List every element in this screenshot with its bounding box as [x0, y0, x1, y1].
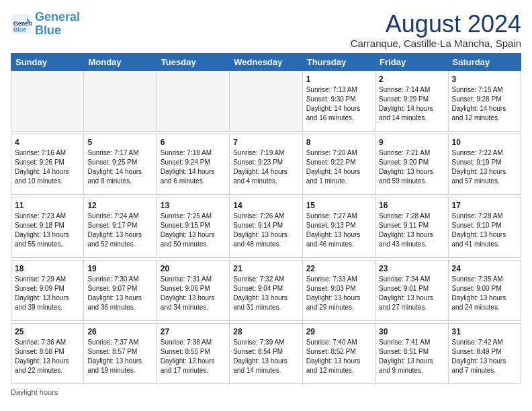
day-detail: Sunrise: 7:15 AM Sunset: 9:28 PM Dayligh… [452, 85, 517, 123]
day-detail: Sunrise: 7:28 AM Sunset: 9:11 PM Dayligh… [379, 212, 444, 249]
day-number: 31 [452, 326, 517, 338]
day-detail: Sunrise: 7:23 AM Sunset: 9:18 PM Dayligh… [15, 212, 80, 249]
day-number: 21 [233, 263, 298, 275]
day-cell: 6Sunrise: 7:18 AM Sunset: 9:24 PM Daylig… [157, 134, 229, 194]
day-cell: 25Sunrise: 7:36 AM Sunset: 8:58 PM Dayli… [11, 323, 84, 383]
day-cell: 3Sunrise: 7:15 AM Sunset: 9:28 PM Daylig… [448, 71, 521, 131]
day-cell: 10Sunrise: 7:22 AM Sunset: 9:19 PM Dayli… [448, 134, 521, 194]
day-cell: 26Sunrise: 7:37 AM Sunset: 8:57 PM Dayli… [84, 323, 157, 383]
day-cell: 11Sunrise: 7:23 AM Sunset: 9:18 PM Dayli… [11, 197, 84, 257]
day-detail: Sunrise: 7:20 AM Sunset: 9:22 PM Dayligh… [306, 148, 371, 186]
day-detail: Sunrise: 7:18 AM Sunset: 9:24 PM Dayligh… [161, 148, 226, 186]
day-cell: 18Sunrise: 7:29 AM Sunset: 9:09 PM Dayli… [11, 260, 84, 320]
day-number: 10 [452, 137, 517, 148]
day-number: 17 [452, 200, 517, 212]
calendar-body: 1Sunrise: 7:13 AM Sunset: 9:30 PM Daylig… [11, 71, 521, 383]
day-cell: 19Sunrise: 7:30 AM Sunset: 9:07 PM Dayli… [84, 260, 157, 320]
calendar-table: Sunday Monday Tuesday Wednesday Thursday… [11, 53, 521, 384]
title-area: August 2024 Carranque, Castille-La Manch… [351, 11, 521, 49]
day-cell: 4Sunrise: 7:16 AM Sunset: 9:26 PM Daylig… [11, 134, 84, 194]
day-detail: Sunrise: 7:39 AM Sunset: 8:54 PM Dayligh… [233, 338, 298, 375]
day-cell: 9Sunrise: 7:21 AM Sunset: 9:20 PM Daylig… [375, 134, 448, 194]
week-row-3: 11Sunrise: 7:23 AM Sunset: 9:18 PM Dayli… [11, 197, 521, 257]
day-number: 25 [15, 326, 80, 338]
week-row-5: 25Sunrise: 7:36 AM Sunset: 8:58 PM Dayli… [11, 323, 521, 383]
col-monday: Monday [84, 53, 157, 71]
day-number: 14 [233, 200, 298, 212]
daylight-label: Daylight hours [11, 388, 58, 396]
day-cell: 20Sunrise: 7:31 AM Sunset: 9:06 PM Dayli… [157, 260, 229, 320]
day-cell: 12Sunrise: 7:24 AM Sunset: 9:17 PM Dayli… [84, 197, 157, 257]
day-detail: Sunrise: 7:28 AM Sunset: 9:10 PM Dayligh… [452, 212, 517, 249]
day-detail: Sunrise: 7:25 AM Sunset: 9:15 PM Dayligh… [161, 212, 226, 249]
col-friday: Friday [375, 53, 448, 71]
day-number: 20 [161, 263, 226, 275]
day-cell: 24Sunrise: 7:35 AM Sunset: 9:00 PM Dayli… [448, 260, 521, 320]
day-number: 26 [87, 326, 152, 338]
month-title: August 2024 [351, 11, 521, 38]
day-number: 30 [379, 326, 444, 338]
day-number: 2 [379, 74, 444, 85]
header-row: Sunday Monday Tuesday Wednesday Thursday… [11, 53, 521, 71]
day-detail: Sunrise: 7:21 AM Sunset: 9:20 PM Dayligh… [379, 148, 444, 186]
svg-text:Blue: Blue [13, 26, 26, 33]
day-number: 18 [15, 263, 80, 275]
day-cell: 23Sunrise: 7:34 AM Sunset: 9:01 PM Dayli… [375, 260, 448, 320]
day-cell [11, 71, 84, 131]
day-detail: Sunrise: 7:36 AM Sunset: 8:58 PM Dayligh… [15, 338, 80, 375]
day-number: 12 [87, 200, 152, 212]
day-cell: 2Sunrise: 7:14 AM Sunset: 9:29 PM Daylig… [375, 71, 448, 131]
day-number: 1 [306, 74, 371, 85]
day-detail: Sunrise: 7:29 AM Sunset: 9:09 PM Dayligh… [15, 275, 80, 312]
day-number: 28 [233, 326, 298, 338]
day-number: 27 [161, 326, 226, 338]
day-number: 22 [306, 263, 371, 275]
day-number: 5 [87, 137, 152, 148]
header-area: General Blue General Blue August 2024 Ca… [11, 11, 521, 49]
week-row-4: 18Sunrise: 7:29 AM Sunset: 9:09 PM Dayli… [11, 260, 521, 320]
day-detail: Sunrise: 7:14 AM Sunset: 9:29 PM Dayligh… [379, 85, 444, 123]
day-number: 16 [379, 200, 444, 212]
week-row-1: 1Sunrise: 7:13 AM Sunset: 9:30 PM Daylig… [11, 71, 521, 131]
day-cell: 13Sunrise: 7:25 AM Sunset: 9:15 PM Dayli… [157, 197, 229, 257]
week-row-2: 4Sunrise: 7:16 AM Sunset: 9:26 PM Daylig… [11, 134, 521, 194]
day-detail: Sunrise: 7:41 AM Sunset: 8:51 PM Dayligh… [379, 338, 444, 375]
day-number: 6 [161, 137, 226, 148]
day-detail: Sunrise: 7:24 AM Sunset: 9:17 PM Dayligh… [87, 212, 152, 249]
day-detail: Sunrise: 7:37 AM Sunset: 8:57 PM Dayligh… [87, 338, 152, 375]
day-detail: Sunrise: 7:27 AM Sunset: 9:13 PM Dayligh… [306, 212, 371, 249]
day-cell: 21Sunrise: 7:32 AM Sunset: 9:04 PM Dayli… [230, 260, 302, 320]
day-number: 13 [161, 200, 226, 212]
day-cell: 8Sunrise: 7:20 AM Sunset: 9:22 PM Daylig… [302, 134, 375, 194]
col-saturday: Saturday [448, 53, 521, 71]
day-number: 11 [15, 200, 80, 212]
day-detail: Sunrise: 7:38 AM Sunset: 8:55 PM Dayligh… [161, 338, 226, 375]
day-cell [84, 71, 157, 131]
day-number: 8 [306, 137, 371, 148]
day-cell: 16Sunrise: 7:28 AM Sunset: 9:11 PM Dayli… [375, 197, 448, 257]
day-number: 9 [379, 137, 444, 148]
footer: Daylight hours [11, 388, 521, 396]
day-detail: Sunrise: 7:17 AM Sunset: 9:25 PM Dayligh… [87, 148, 152, 186]
day-number: 4 [15, 137, 80, 148]
day-detail: Sunrise: 7:35 AM Sunset: 9:00 PM Dayligh… [452, 275, 517, 312]
logo-text: General Blue [35, 11, 80, 38]
location-subtitle: Carranque, Castille-La Mancha, Spain [351, 38, 521, 49]
day-detail: Sunrise: 7:42 AM Sunset: 8:49 PM Dayligh… [452, 338, 517, 375]
day-detail: Sunrise: 7:30 AM Sunset: 9:07 PM Dayligh… [87, 275, 152, 312]
col-sunday: Sunday [11, 53, 84, 71]
day-cell: 27Sunrise: 7:38 AM Sunset: 8:55 PM Dayli… [157, 323, 229, 383]
svg-text:General: General [13, 19, 32, 26]
day-detail: Sunrise: 7:26 AM Sunset: 9:14 PM Dayligh… [233, 212, 298, 249]
day-number: 19 [87, 263, 152, 275]
day-number: 7 [233, 137, 298, 148]
day-cell: 31Sunrise: 7:42 AM Sunset: 8:49 PM Dayli… [448, 323, 521, 383]
day-detail: Sunrise: 7:19 AM Sunset: 9:23 PM Dayligh… [233, 148, 298, 186]
day-detail: Sunrise: 7:40 AM Sunset: 8:52 PM Dayligh… [306, 338, 371, 375]
day-number: 3 [452, 74, 517, 85]
col-thursday: Thursday [302, 53, 375, 71]
col-wednesday: Wednesday [230, 53, 302, 71]
day-number: 29 [306, 326, 371, 338]
logo: General Blue General Blue [11, 11, 80, 38]
col-tuesday: Tuesday [157, 53, 229, 71]
